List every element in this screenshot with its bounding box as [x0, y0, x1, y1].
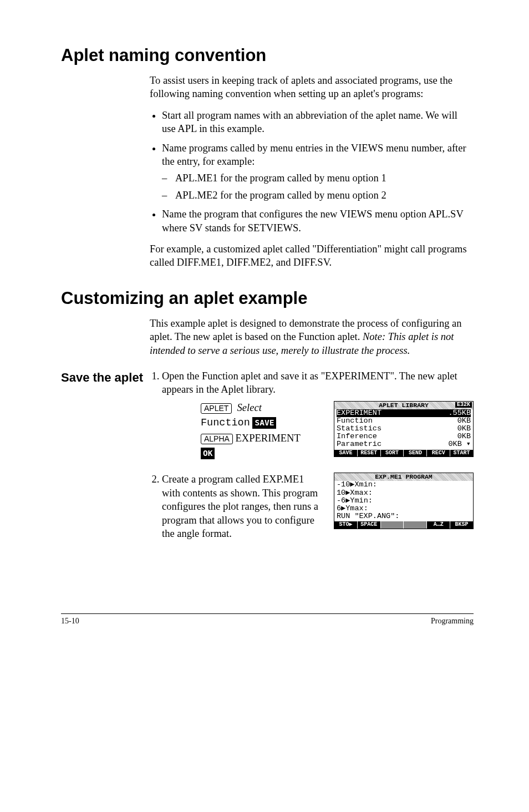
screen1-row-2-r: 0KB: [457, 425, 471, 433]
screen1-row-1-r: 0KB: [457, 417, 471, 425]
function-text: Function: [201, 417, 250, 429]
screen1-row-3-l: Inference: [337, 433, 377, 440]
screen1-row-4: Parametric0KB ▾: [337, 440, 471, 448]
bullet-2a: APL.ME1 for the program called by menu o…: [175, 171, 474, 185]
heading-aplet-naming: Aplet naming convention: [61, 44, 474, 67]
screen1-row-4-l: Parametric: [337, 440, 382, 448]
screen1-menu-1: RESET: [358, 450, 381, 457]
screen2-line-3: 6▶Ymax:: [337, 505, 471, 512]
bullet-1: Start all program names with an abbrevia…: [162, 109, 474, 136]
bullet-2-text: Name programs called by menu entries in …: [162, 143, 466, 167]
intro-paragraph: To assist users in keeping track of aple…: [150, 74, 474, 101]
screen2-menu-2: [381, 521, 404, 529]
experiment-text: EXPERIMENT: [236, 433, 301, 444]
screen1-row-1: Function0KB: [337, 417, 471, 425]
naming-bullet-list: Start all program names with an abbrevia…: [150, 109, 474, 235]
customizing-intro: This example aplet is designed to demons…: [150, 317, 474, 357]
footer-left: 15-10: [61, 616, 79, 626]
screen1-row-2-l: Statistics: [337, 425, 382, 433]
ok-softkey: OK: [201, 448, 215, 459]
screen1-menu-0: SAVE: [334, 450, 358, 457]
program-screen: EXP.ME1 PROGRAM -10▶Xmin: 10▶Xmax: -6▶Ym…: [334, 473, 474, 529]
screen1-row-1-l: Function: [337, 417, 373, 425]
bullet-2b: APL.ME2 for the program called by menu o…: [175, 189, 474, 202]
alpha-key: ALPHA: [201, 434, 233, 445]
step-1: Open the Function aplet and save it as "…: [162, 369, 474, 460]
screen1-menu-3: SEND: [404, 450, 427, 457]
screen1-title: APLET LIBRARY: [379, 402, 429, 409]
aplet-library-screen: APLET LIBRARYE32K EXPERIMENT.55KB Functi…: [334, 401, 474, 457]
screen2-menu-4: A…Z: [427, 521, 450, 529]
screen1-mem: E32K: [455, 402, 472, 408]
screen2-menu-3: [404, 521, 427, 529]
step-2-text: Create a program called EXP.ME1 with con…: [162, 473, 324, 540]
screen1-row-3: Inference0KB: [337, 433, 471, 440]
bullet-2: Name programs called by menu entries in …: [162, 141, 474, 202]
screen2-line-1: 10▶Xmax:: [337, 489, 471, 497]
screen2-line-4: RUN "EXP.ANG":: [337, 512, 471, 520]
screen2-line-2: -6▶Ymin:: [337, 497, 471, 505]
screen1-row-4-r: 0KB ▾: [448, 440, 471, 448]
heading-customizing: Customizing an aplet example: [61, 287, 474, 310]
save-softkey: SAVE: [252, 417, 276, 429]
step-2: Create a program called EXP.ME1 with con…: [162, 473, 474, 540]
screen1-row-3-r: 0KB: [457, 433, 471, 440]
screen2-title: EXP.ME1 PROGRAM: [375, 473, 433, 480]
screen1-menu: SAVE RESET SORT SEND RECV START: [334, 450, 473, 457]
screen1-row-2: Statistics0KB: [337, 425, 471, 433]
screen1-row-0: EXPERIMENT.55KB: [337, 409, 471, 417]
bullet-3: Name the program that configures the new…: [162, 207, 474, 235]
select-label: Select: [237, 402, 262, 413]
step-1-text: Open the Function aplet and save it as "…: [162, 371, 457, 395]
screen1-menu-2: SORT: [381, 450, 404, 457]
screen1-row-0-r: .55KB: [448, 409, 471, 417]
screen2-menu: STO▶ SPACE A…Z BKSP: [334, 521, 473, 529]
screen1-menu-4: RECV: [427, 450, 450, 457]
footer-right: Programming: [431, 616, 474, 626]
aplet-key: APLET: [201, 403, 232, 414]
page-footer: 15-10 Programming: [61, 613, 474, 626]
screen2-menu-0: STO▶: [334, 521, 358, 529]
example-paragraph: For example, a customized aplet called "…: [150, 242, 474, 270]
screen2-menu-5: BKSP: [450, 521, 473, 529]
screen2-line-0: -10▶Xmin:: [337, 481, 471, 489]
screen1-row-0-l: EXPERIMENT: [337, 409, 382, 417]
step-1-keys: APLET Select Function SAVE ALPHA EXPERIM…: [201, 401, 324, 461]
screen1-menu-5: START: [450, 450, 473, 457]
screen2-menu-1: SPACE: [358, 521, 381, 529]
side-heading-save: Save the aplet: [61, 369, 150, 385]
